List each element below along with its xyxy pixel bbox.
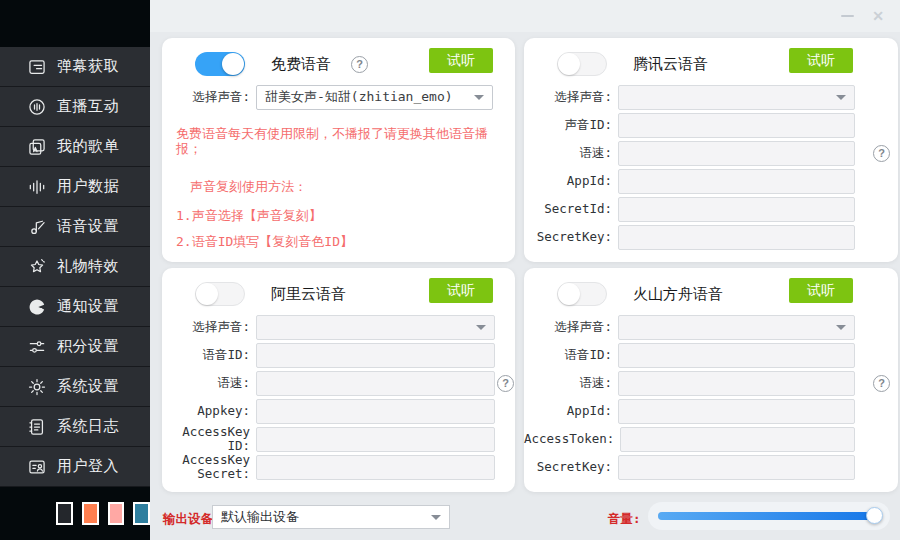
secretkey-input[interactable] xyxy=(618,455,855,480)
field-label: 选择声音: xyxy=(524,90,618,104)
user-data-icon xyxy=(27,177,47,197)
voice-select[interactable] xyxy=(618,315,855,340)
sidebar-item-notify[interactable]: 通知设置 xyxy=(0,287,150,327)
voice-select[interactable] xyxy=(256,315,495,340)
sidebar-item-logs[interactable]: 系统日志 xyxy=(0,407,150,447)
free-voice-fields: 选择声音: 甜美女声-知甜(zhitian_emo) xyxy=(162,85,515,109)
panel-title: 阿里云语音 xyxy=(271,285,346,304)
voice-id-input[interactable] xyxy=(618,343,855,368)
secretid-input[interactable] xyxy=(618,197,855,222)
accesstoken-input[interactable] xyxy=(620,427,855,452)
voice-select[interactable]: 甜美女声-知甜(zhitian_emo) xyxy=(256,85,493,110)
voice-id-input[interactable] xyxy=(256,343,495,368)
field-row: AppId: xyxy=(524,399,855,423)
accesskey-id-input[interactable] xyxy=(256,427,495,452)
voice-clone-howto-title: 声音复刻使用方法： xyxy=(190,180,505,195)
sidebar-item-label: 积分设置 xyxy=(57,337,119,356)
aliyun-fields: 选择声音:语音ID:语速:?Appkey:AccessKey ID:Access… xyxy=(162,315,515,479)
field-label: AccessToken: xyxy=(524,432,620,446)
content: 免费语音 ? 试听 选择声音: 甜美女声-知甜(zhitian_emo) 免费语… xyxy=(150,32,900,540)
help-icon[interactable]: ? xyxy=(873,145,890,162)
speed-input[interactable] xyxy=(618,371,855,396)
field-label: 声音ID: xyxy=(524,118,618,132)
output-device-select[interactable]: 默认输出设备 xyxy=(212,505,450,529)
field-label: 语音ID: xyxy=(162,348,256,362)
sidebar-item-userdata[interactable]: 用户数据 xyxy=(0,167,150,207)
sidebar-item-points[interactable]: 积分设置 xyxy=(0,327,150,367)
appid-input[interactable] xyxy=(618,169,855,194)
playlist-icon xyxy=(27,137,47,157)
field-row: SecretKey: xyxy=(524,455,855,479)
sidebar-item-label: 用户登入 xyxy=(57,457,119,476)
field-row: Appkey: xyxy=(162,399,495,423)
gear-icon xyxy=(27,377,47,397)
app-window: 弹幕获取直播互动我的歌单用户数据语音设置礼物特效通知设置积分设置系统设置系统日志… xyxy=(0,0,900,540)
aliyun-voice-toggle[interactable] xyxy=(195,282,245,306)
star-sparkle-icon xyxy=(27,257,47,277)
panel-free-voice: 免费语音 ? 试听 选择声音: 甜美女声-知甜(zhitian_emo) 免费语… xyxy=(162,38,515,262)
field-label: Appkey: xyxy=(162,404,256,418)
theme-teal[interactable] xyxy=(133,502,150,525)
volume-fill xyxy=(658,512,880,520)
help-icon[interactable]: ? xyxy=(351,56,368,73)
listen-button[interactable]: 试听 xyxy=(789,48,853,73)
accesskey-secret-input[interactable] xyxy=(256,455,495,480)
sidebar-menu: 弹幕获取直播互动我的歌单用户数据语音设置礼物特效通知设置积分设置系统设置系统日志… xyxy=(0,47,150,487)
danmaku-icon xyxy=(27,57,47,77)
close-button[interactable]: ✕ xyxy=(872,9,884,23)
appid-input[interactable] xyxy=(618,399,855,424)
sidebar-item-danmaku[interactable]: 弹幕获取 xyxy=(0,47,150,87)
field-row: AccessKey ID: xyxy=(162,427,495,451)
volcano-voice-toggle[interactable] xyxy=(557,282,607,306)
panel-tencent-voice: 腾讯云语音 试听 选择声音:声音ID:语速:?AppId:SecretId:Se… xyxy=(524,38,898,262)
field-row: AccessToken: xyxy=(524,427,855,451)
theme-swatches xyxy=(0,487,150,540)
user-card-icon xyxy=(27,457,47,477)
aliyun-header: 阿里云语音 试听 xyxy=(162,268,515,308)
free-voice-toggle[interactable] xyxy=(195,52,245,76)
theme-dark[interactable] xyxy=(56,502,73,525)
listen-button[interactable]: 试听 xyxy=(789,278,853,303)
sidebar-item-gift[interactable]: 礼物特效 xyxy=(0,247,150,287)
field-row: AppId: xyxy=(524,169,855,193)
sidebar-item-login[interactable]: 用户登入 xyxy=(0,447,150,487)
sidebar-item-live[interactable]: 直播互动 xyxy=(0,87,150,127)
secretkey-input[interactable] xyxy=(618,225,855,250)
field-label: 语音ID: xyxy=(524,348,618,362)
chevron-down-icon xyxy=(474,95,484,100)
speed-input[interactable] xyxy=(618,141,855,166)
listen-button[interactable]: 试听 xyxy=(429,278,493,303)
theme-pink[interactable] xyxy=(108,502,125,525)
theme-orange[interactable] xyxy=(82,502,99,525)
panel-volcano-voice: 火山方舟语音 试听 选择声音:语音ID:语速:?AppId:AccessToke… xyxy=(524,268,898,492)
minimize-button[interactable] xyxy=(841,15,854,17)
field-label: 选择声音: xyxy=(162,320,256,334)
sidebar-item-label: 通知设置 xyxy=(57,297,119,316)
field-label: 语速: xyxy=(162,376,256,390)
voice-select[interactable] xyxy=(618,85,855,110)
sidebar-item-system[interactable]: 系统设置 xyxy=(0,367,150,407)
help-icon[interactable]: ? xyxy=(873,375,890,392)
field-label: 语速: xyxy=(524,376,618,390)
field-label: 选择声音: xyxy=(524,320,618,334)
notify-icon xyxy=(27,297,47,317)
listen-button[interactable]: 试听 xyxy=(429,48,493,73)
field-row: 语音ID: xyxy=(162,343,495,367)
help-icon[interactable]: ? xyxy=(497,375,514,392)
sidebar-item-voice[interactable]: 语音设置 xyxy=(0,207,150,247)
panel-title: 腾讯云语音 xyxy=(633,55,708,74)
field-row: 选择声音: 甜美女声-知甜(zhitian_emo) xyxy=(162,85,493,109)
volume-thumb[interactable] xyxy=(866,507,883,524)
appkey-input[interactable] xyxy=(256,399,495,424)
speed-input[interactable] xyxy=(256,371,495,396)
voice-id-input[interactable] xyxy=(618,113,855,138)
field-row: SecretId: xyxy=(524,197,855,221)
chevron-down-icon xyxy=(836,95,846,100)
volume-track[interactable] xyxy=(658,512,880,520)
sidebar-item-label: 系统设置 xyxy=(57,377,119,396)
volcano-header: 火山方舟语音 试听 xyxy=(524,268,898,308)
sidebar-item-playlist[interactable]: 我的歌单 xyxy=(0,127,150,167)
tencent-voice-toggle[interactable] xyxy=(557,52,607,76)
chevron-down-icon xyxy=(476,325,486,330)
field-label: AccessKey Secret: xyxy=(162,453,256,481)
